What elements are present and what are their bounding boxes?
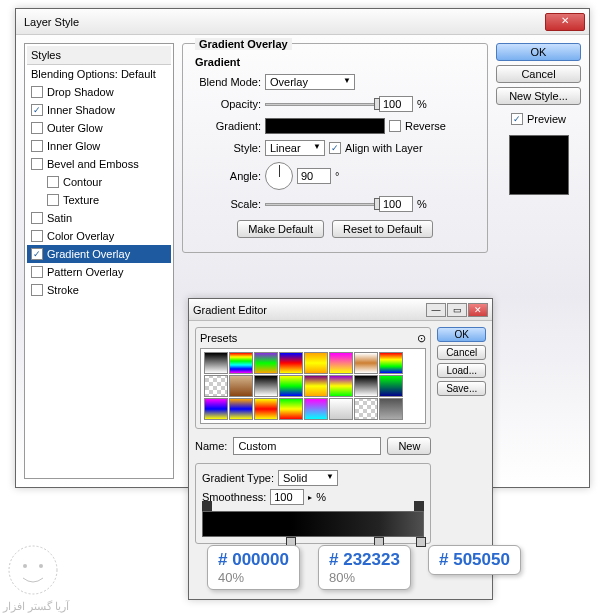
style-checkbox[interactable] — [31, 230, 43, 242]
preset-swatch[interactable] — [254, 398, 278, 420]
editor-cancel-button[interactable]: Cancel — [437, 345, 486, 360]
make-default-button[interactable]: Make Default — [237, 220, 324, 238]
maximize-icon[interactable]: ▭ — [447, 303, 467, 317]
style-item-contour[interactable]: Contour — [27, 173, 171, 191]
style-checkbox[interactable] — [47, 194, 59, 206]
preset-swatch[interactable] — [229, 352, 253, 374]
style-checkbox[interactable] — [31, 212, 43, 224]
editor-close-icon[interactable]: ✕ — [468, 303, 488, 317]
style-checkbox[interactable] — [47, 176, 59, 188]
preset-swatch[interactable] — [379, 398, 403, 420]
style-select[interactable]: Linear — [265, 140, 325, 156]
blend-mode-select[interactable]: Overlay — [265, 74, 355, 90]
name-input[interactable] — [233, 437, 381, 455]
align-checkbox[interactable] — [329, 142, 341, 154]
preset-swatch[interactable] — [279, 398, 303, 420]
preset-swatch[interactable] — [204, 352, 228, 374]
scale-slider[interactable] — [265, 203, 375, 206]
style-checkbox[interactable] — [31, 158, 43, 170]
preset-swatch[interactable] — [304, 352, 328, 374]
cancel-button[interactable]: Cancel — [496, 65, 581, 83]
style-item-inner-shadow[interactable]: Inner Shadow — [27, 101, 171, 119]
style-item-inner-glow[interactable]: Inner Glow — [27, 137, 171, 155]
name-label: Name: — [195, 440, 227, 452]
preset-swatch[interactable] — [204, 398, 228, 420]
titlebar[interactable]: Layer Style ✕ — [16, 9, 589, 35]
preset-swatch[interactable] — [279, 375, 303, 397]
preset-swatch[interactable] — [279, 352, 303, 374]
style-label: Outer Glow — [47, 122, 103, 134]
opacity-label: Opacity: — [191, 98, 261, 110]
preset-swatch[interactable] — [379, 352, 403, 374]
new-button[interactable]: New — [387, 437, 431, 455]
style-item-stroke[interactable]: Stroke — [27, 281, 171, 299]
preset-swatch[interactable] — [304, 398, 328, 420]
editor-title: Gradient Editor — [193, 304, 426, 316]
type-select[interactable]: Solid — [278, 470, 338, 486]
style-item-color-overlay[interactable]: Color Overlay — [27, 227, 171, 245]
preset-swatch[interactable] — [354, 375, 378, 397]
style-checkbox[interactable] — [31, 140, 43, 152]
editor-ok-button[interactable]: OK — [437, 327, 486, 342]
scale-input[interactable] — [379, 196, 413, 212]
style-item-bevel-and-emboss[interactable]: Bevel and Emboss — [27, 155, 171, 173]
style-item-gradient-overlay[interactable]: Gradient Overlay — [27, 245, 171, 263]
preset-swatch[interactable] — [329, 352, 353, 374]
style-item-drop-shadow[interactable]: Drop Shadow — [27, 83, 171, 101]
style-item-satin[interactable]: Satin — [27, 209, 171, 227]
preset-swatch[interactable] — [354, 398, 378, 420]
preset-swatch[interactable] — [229, 398, 253, 420]
save-button[interactable]: Save... — [437, 381, 486, 396]
style-checkbox[interactable] — [31, 104, 43, 116]
angle-dial[interactable] — [265, 162, 293, 190]
angle-input[interactable] — [297, 168, 331, 184]
reverse-checkbox[interactable] — [389, 120, 401, 132]
blending-options-item[interactable]: Blending Options: Default — [27, 65, 171, 83]
color-stop[interactable] — [416, 537, 426, 547]
style-item-pattern-overlay[interactable]: Pattern Overlay — [27, 263, 171, 281]
callout-hex: # 000000 — [218, 550, 289, 570]
close-icon[interactable]: ✕ — [545, 13, 585, 31]
new-style-button[interactable]: New Style... — [496, 87, 581, 105]
reset-default-button[interactable]: Reset to Default — [332, 220, 433, 238]
preset-swatch[interactable] — [329, 375, 353, 397]
opacity-unit: % — [417, 98, 427, 110]
style-item-outer-glow[interactable]: Outer Glow — [27, 119, 171, 137]
dialog-buttons: OK Cancel New Style... Preview — [496, 43, 581, 479]
preset-swatch[interactable] — [379, 375, 403, 397]
svg-point-1 — [23, 564, 27, 568]
preset-swatch[interactable] — [329, 398, 353, 420]
smooth-input[interactable] — [270, 489, 304, 505]
gradient-bar[interactable] — [202, 511, 424, 537]
load-button[interactable]: Load... — [437, 363, 486, 378]
style-checkbox[interactable] — [31, 248, 43, 260]
style-checkbox[interactable] — [31, 284, 43, 296]
preset-swatch[interactable] — [229, 375, 253, 397]
style-label: Bevel and Emboss — [47, 158, 139, 170]
minimize-icon[interactable]: — — [426, 303, 446, 317]
preset-swatch[interactable] — [304, 375, 328, 397]
gradient-picker[interactable] — [265, 118, 385, 134]
presets-label: Presets — [200, 332, 417, 345]
preset-swatch[interactable] — [204, 375, 228, 397]
style-label: Contour — [63, 176, 102, 188]
preset-swatch[interactable] — [254, 352, 278, 374]
styles-header[interactable]: Styles — [27, 46, 171, 65]
blend-mode-label: Blend Mode: — [191, 76, 261, 88]
opacity-slider[interactable] — [265, 103, 375, 106]
svg-point-0 — [9, 546, 57, 594]
presets-grid[interactable] — [200, 348, 426, 424]
style-checkbox[interactable] — [31, 86, 43, 98]
style-checkbox[interactable] — [31, 266, 43, 278]
style-label: Inner Glow — [47, 140, 100, 152]
ok-button[interactable]: OK — [496, 43, 581, 61]
opacity-input[interactable] — [379, 96, 413, 112]
preset-swatch[interactable] — [254, 375, 278, 397]
presets-menu-icon[interactable]: ⊙ — [417, 332, 426, 345]
preview-checkbox[interactable] — [511, 113, 523, 125]
style-item-texture[interactable]: Texture — [27, 191, 171, 209]
callout-hex: # 232323 — [329, 550, 400, 570]
preset-swatch[interactable] — [354, 352, 378, 374]
style-checkbox[interactable] — [31, 122, 43, 134]
editor-titlebar[interactable]: Gradient Editor — ▭ ✕ — [189, 299, 492, 321]
